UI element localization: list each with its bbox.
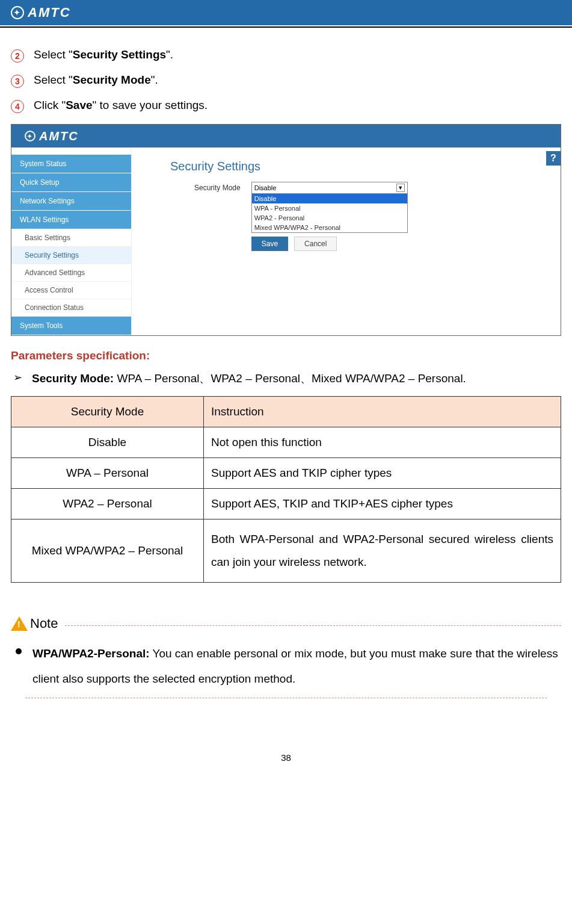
step-item: 2 Select "Security Settings". (11, 48, 561, 63)
th-instruction: Instruction (204, 397, 561, 427)
cell-instruction: Support AES and TKIP cipher types (204, 458, 561, 489)
step-list: 2 Select "Security Settings". 3 Select "… (11, 48, 561, 113)
ui-main-panel: ? Security Settings Security Mode Disabl… (132, 147, 561, 335)
bullet-text: Security Mode: WPA – Personal、WPA2 – Per… (32, 371, 466, 386)
sidebar-sub-security-settings[interactable]: Security Settings (11, 247, 131, 264)
option-disable[interactable]: Disable (252, 194, 407, 203)
step-text: Select "Security Mode". (34, 73, 158, 87)
cell-mode: WPA – Personal (11, 458, 204, 489)
ui-brand-text: AMTC (39, 129, 79, 143)
step-badge: 4 (11, 100, 24, 113)
router-ui-screenshot: ✦ AMTC System Status Quick Setup Network… (11, 124, 561, 336)
select-value: Disable (254, 184, 277, 191)
panel-title: Security Settings (170, 160, 546, 173)
arrow-bullet-icon: ➢ (13, 371, 22, 384)
step-badge: 3 (11, 75, 24, 88)
security-mode-table: Security Mode Instruction Disable Not op… (11, 396, 561, 583)
parameters-heading: Parameters specification: (11, 349, 561, 362)
sidebar-item-system-status[interactable]: System Status (11, 155, 131, 173)
page-number: 38 (11, 752, 561, 763)
chevron-down-icon[interactable]: ▼ (396, 184, 405, 192)
ui-topbar: ✦ AMTC (11, 125, 561, 147)
sidebar-sub-advanced-settings[interactable]: Advanced Settings (11, 264, 131, 282)
cell-instruction: Not open this function (204, 427, 561, 458)
doc-header: ✦ AMTC (0, 0, 572, 25)
sidebar-item-wlan-settings[interactable]: WLAN Settings (11, 211, 131, 229)
ui-brand-logo-icon: ✦ (25, 131, 35, 141)
option-wpa-personal[interactable]: WPA - Personal (252, 203, 407, 213)
ui-brand-logo: ✦ AMTC (25, 129, 79, 143)
cell-mode: WPA2 – Personal (11, 489, 204, 519)
step-text: Select "Security Settings". (34, 48, 173, 61)
warning-icon (11, 616, 28, 631)
table-row: Mixed WPA/WPA2 – Personal Both WPA-Perso… (11, 519, 561, 583)
sidebar-sub-access-control[interactable]: Access Control (11, 282, 131, 299)
note-text: WPA/WPA2-Personal: You can enable person… (32, 641, 561, 692)
sidebar-item-quick-setup[interactable]: Quick Setup (11, 173, 131, 192)
table-row: WPA2 – Personal Support AES, TKIP and TK… (11, 489, 561, 519)
security-mode-bullet: ➢ Security Mode: WPA – Personal、WPA2 – P… (11, 371, 561, 386)
th-security-mode: Security Mode (11, 397, 204, 427)
form-buttons: Save Cancel (251, 237, 408, 251)
table-row: WPA – Personal Support AES and TKIP ciph… (11, 458, 561, 489)
form-row-security-mode: Security Mode Disable ▼ Disable WPA - Pe… (194, 182, 546, 251)
select-display[interactable]: Disable ▼ (251, 182, 408, 194)
note-body: WPA/WPA2-Personal: You can enable person… (11, 641, 561, 692)
note-block: Note WPA/WPA2-Personal: You can enable p… (11, 616, 561, 698)
brand-text: AMTC (28, 5, 71, 20)
brand-logo-icon: ✦ (11, 6, 24, 19)
sidebar-item-system-tools[interactable]: System Tools (11, 317, 131, 335)
note-title: Note (30, 616, 58, 631)
cell-instruction: Support AES, TKIP and TKIP+AES cipher ty… (204, 489, 561, 519)
note-dash-line (65, 625, 561, 626)
ui-sidebar: System Status Quick Setup Network Settin… (11, 147, 132, 335)
note-end-dash-line (25, 698, 547, 698)
option-wpa2-personal[interactable]: WPA2 - Personal (252, 213, 407, 223)
brand-logo: ✦ AMTC (11, 5, 71, 20)
note-header: Note (11, 616, 561, 631)
step-text: Click "Save" to save your settings. (34, 99, 208, 112)
select-dropdown: Disable WPA - Personal WPA2 - Personal M… (251, 194, 408, 233)
save-button[interactable]: Save (251, 237, 288, 251)
cancel-button[interactable]: Cancel (294, 237, 337, 251)
security-mode-select[interactable]: Disable ▼ Disable WPA - Personal WPA2 - … (251, 182, 408, 251)
dot-bullet-icon (16, 648, 22, 654)
cell-mode: Mixed WPA/WPA2 – Personal (11, 519, 204, 583)
step-item: 4 Click "Save" to save your settings. (11, 99, 561, 113)
step-item: 3 Select "Security Mode". (11, 73, 561, 88)
form-label-security-mode: Security Mode (194, 184, 241, 192)
option-mixed-wpa-wpa2[interactable]: Mixed WPA/WPA2 - Personal (252, 223, 407, 232)
sidebar-item-network-settings[interactable]: Network Settings (11, 192, 131, 211)
table-row: Disable Not open this function (11, 427, 561, 458)
cell-instruction: Both WPA-Personal and WPA2-Personal secu… (204, 519, 561, 583)
cell-mode: Disable (11, 427, 204, 458)
step-badge: 2 (11, 49, 24, 63)
help-icon[interactable]: ? (546, 151, 561, 166)
sidebar-sub-basic-settings[interactable]: Basic Settings (11, 229, 131, 247)
sidebar-sub-connection-status[interactable]: Connection Status (11, 299, 131, 317)
